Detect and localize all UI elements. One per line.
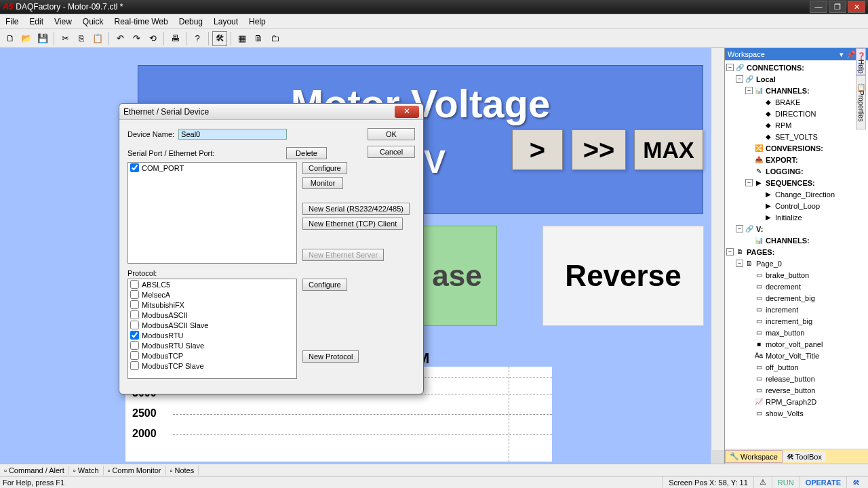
protocol-item[interactable]: MelsecA	[128, 289, 296, 300]
tree-node[interactable]: 📈RPM_Graph2D	[726, 396, 867, 407]
release-button[interactable]: ase	[422, 226, 497, 326]
port-listbox[interactable]: COM_PORT	[127, 162, 297, 264]
tree-node[interactable]: −🔗Local	[726, 73, 867, 85]
increment-big-button[interactable]: >>	[572, 129, 626, 170]
grid-icon[interactable]: ▦	[235, 31, 250, 46]
tree-node[interactable]: −🗎Page_0	[726, 258, 867, 269]
configure-protocol-button[interactable]: Configure	[302, 279, 347, 291]
maximize-button[interactable]: ❐	[829, 1, 846, 13]
tree-node[interactable]: ▭increment_big	[726, 315, 867, 327]
tree-node[interactable]: ✎LOGGING:	[726, 165, 867, 177]
tree-node[interactable]: −🔗V:	[726, 223, 867, 235]
menu-view[interactable]: View	[54, 17, 72, 26]
save-icon[interactable]: 💾	[35, 31, 50, 46]
menu-file[interactable]: File	[5, 17, 18, 26]
tree-node[interactable]: ◆RPM	[726, 119, 867, 131]
max-button[interactable]: MAX	[634, 129, 703, 170]
tab-help[interactable]: ❓Help	[856, 48, 866, 75]
tree-node[interactable]: ▶Control_Loop	[726, 200, 867, 211]
scroll-strip[interactable]	[711, 48, 724, 450]
menu-quick[interactable]: Quick	[83, 17, 104, 26]
protocol-item[interactable]: ModbusTCP Slave	[128, 361, 296, 371]
tree-node[interactable]: −▶SEQUENCES:	[726, 177, 867, 188]
tree-node[interactable]: ▭show_Volts	[726, 407, 867, 419]
menu-real-time-web[interactable]: Real-time Web	[115, 17, 168, 26]
tab-properties[interactable]: 📋Properties	[856, 75, 866, 129]
help-icon[interactable]: ?	[190, 31, 205, 46]
tool-icon[interactable]: ⟲	[145, 31, 160, 46]
tree-node[interactable]: ▭reverse_button	[726, 384, 867, 396]
tree-node[interactable]: ▶Initialize	[726, 211, 867, 223]
tree-node[interactable]: 🔀CONVERSIONS:	[726, 142, 867, 154]
protocol-item[interactable]: MitsubishiFX	[128, 300, 296, 310]
cut-icon[interactable]: ✂	[58, 31, 73, 46]
close-button[interactable]: ✕	[848, 1, 865, 13]
status-run[interactable]: RUN	[772, 476, 800, 488]
protocol-item[interactable]: ModbusRTU	[128, 330, 296, 340]
tree-node[interactable]: ▭increment	[726, 304, 867, 315]
status-tool-icon[interactable]: 🛠	[846, 476, 865, 488]
panel-menu-icon[interactable]: ▾	[837, 50, 846, 59]
tree-node[interactable]: ◆SET_VOLTS	[726, 131, 867, 142]
tree-node[interactable]: 📤EXPORT:	[726, 154, 867, 165]
paste-icon[interactable]: 📋	[90, 31, 105, 46]
protocol-listbox[interactable]: ABSLC5MelsecAMitsubishiFXModbusASCIIModb…	[127, 279, 297, 379]
delete-button[interactable]: Delete	[286, 147, 327, 159]
new-icon[interactable]: 🗋	[3, 31, 18, 46]
menu-layout[interactable]: Layout	[214, 17, 238, 26]
tree-node[interactable]: ▶Change_Direction	[726, 188, 867, 200]
new-protocol-button[interactable]: New Protocol	[302, 350, 359, 363]
tree-node[interactable]: 📊CHANNELS:	[726, 235, 867, 246]
tab-workspace[interactable]: 🔧Workspace	[725, 450, 783, 463]
undo-icon[interactable]: ↶	[113, 31, 127, 46]
tree-node[interactable]: AaMotor_Volt_Title	[726, 350, 867, 361]
workspace-tree[interactable]: −🔗CONNECTIONS:−🔗Local−📊CHANNELS:◆BRAKE◆D…	[725, 60, 868, 449]
tab-toolbox[interactable]: 🛠ToolBox	[783, 451, 826, 462]
tree-node[interactable]: ▭max_button	[726, 327, 867, 338]
menu-edit[interactable]: Edit	[29, 17, 43, 26]
wrench-icon[interactable]: 🛠	[212, 31, 227, 46]
bottom-tab-comm-monitor[interactable]: ▫Comm Monitor	[104, 466, 166, 475]
monitor-button[interactable]: Monitor	[302, 177, 343, 189]
tree-node[interactable]: ◆BRAKE	[726, 96, 867, 108]
folder-icon[interactable]: 🗀	[267, 31, 282, 46]
bottom-tab-notes[interactable]: ▫Notes	[166, 466, 199, 475]
dialog-close-button[interactable]: ✕	[395, 106, 419, 118]
open-icon[interactable]: 📂	[19, 31, 34, 46]
port-item[interactable]: COM_PORT	[128, 163, 296, 173]
tree-node[interactable]: ▭decrement_big	[726, 292, 867, 304]
redo-icon[interactable]: ↷	[129, 31, 144, 46]
new-ethernet-server-button[interactable]: New Ethernet Server	[302, 249, 384, 261]
protocol-item[interactable]: ModbusASCII	[128, 310, 296, 320]
cancel-button[interactable]: Cancel	[368, 146, 415, 158]
protocol-item[interactable]: ModbusASCII Slave	[128, 320, 296, 330]
status-operate[interactable]: OPERATE	[800, 476, 846, 488]
tree-node[interactable]: ▭release_button	[726, 373, 867, 384]
copy-icon[interactable]: ⎘	[74, 31, 89, 46]
page-icon[interactable]: 🗎	[251, 31, 266, 46]
device-name-input[interactable]	[178, 129, 287, 140]
increment-button[interactable]: >	[512, 129, 563, 170]
reverse-button[interactable]: Reverse	[542, 226, 704, 326]
tree-node[interactable]: −🔗CONNECTIONS:	[726, 62, 867, 73]
new-serial-button[interactable]: New Serial (RS232/422/485)	[302, 203, 410, 215]
protocol-item[interactable]: ModbusRTU Slave	[128, 340, 296, 350]
tree-node[interactable]: ▭off_button	[726, 361, 867, 373]
protocol-item[interactable]: ModbusTCP	[128, 350, 296, 361]
configure-port-button[interactable]: Configure	[302, 162, 347, 174]
tree-node[interactable]: ■motor_volt_panel	[726, 338, 867, 350]
ok-button[interactable]: OK	[368, 128, 415, 140]
bottom-tab-command-alert[interactable]: ▫Command / Alert	[0, 466, 69, 475]
tree-node[interactable]: ◆DIRECTION	[726, 108, 867, 119]
panel-pin-icon[interactable]: 📌	[846, 50, 856, 59]
protocol-item[interactable]: ABSLC5	[128, 279, 296, 289]
tree-node[interactable]: −🗎PAGES:	[726, 246, 867, 258]
new-ethernet-client-button[interactable]: New Ethernet (TCP) Client	[302, 218, 403, 230]
tree-node[interactable]: ▭brake_button	[726, 269, 867, 281]
print-icon[interactable]: 🖶	[167, 31, 182, 46]
dialog-header[interactable]: Ethernet / Serial Device ✕	[119, 104, 423, 120]
tree-node[interactable]: ▭decrement	[726, 281, 867, 292]
bottom-tab-watch[interactable]: ▫Watch	[69, 466, 104, 475]
menu-debug[interactable]: Debug	[179, 17, 203, 26]
menu-help[interactable]: Help	[249, 17, 266, 26]
